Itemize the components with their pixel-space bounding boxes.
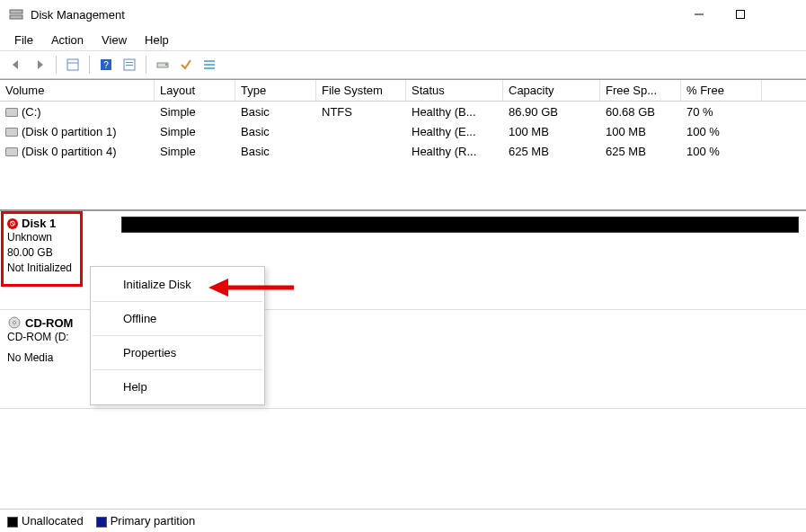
col-pct-free[interactable]: % Free [681, 80, 762, 101]
cdrom-icon [7, 315, 22, 330]
volume-icon [5, 108, 18, 117]
toolbar-disk-icon[interactable] [152, 54, 173, 75]
toolbar-check-icon[interactable] [175, 54, 197, 75]
unallocated-bar [121, 217, 799, 233]
svg-rect-10 [126, 65, 133, 66]
help-icon[interactable]: ? [95, 54, 117, 75]
volume-rows: (C:) Simple Basic NTFS Healthy (B... 86.… [0, 102, 806, 209]
window-title: Disk Management [29, 8, 678, 22]
toolbar: ? [0, 50, 806, 79]
toolbar-view-icon[interactable] [62, 54, 84, 75]
svg-point-12 [165, 64, 167, 66]
col-volume[interactable]: Volume [0, 80, 155, 101]
toolbar-list-icon[interactable] [199, 54, 220, 75]
title-bar: Disk Management [0, 0, 806, 29]
col-filesystem[interactable]: File System [316, 80, 406, 101]
svg-point-17 [13, 322, 16, 324]
window-controls [678, 0, 802, 29]
table-row[interactable]: (Disk 0 partition 1) Simple Basic Health… [0, 121, 806, 141]
back-button[interactable] [5, 54, 27, 75]
menu-action[interactable]: Action [42, 31, 93, 49]
volume-icon [5, 128, 18, 137]
table-row[interactable]: (Disk 0 partition 4) Simple Basic Health… [0, 141, 806, 161]
menu-help[interactable]: Help [91, 373, 264, 401]
annotation-arrow [208, 277, 298, 304]
volume-header: Volume Layout Type File System Status Ca… [0, 80, 806, 102]
menu-offline[interactable]: Offline [91, 305, 264, 332]
maximize-button[interactable] [720, 0, 761, 29]
menu-separator [93, 335, 262, 336]
legend: Unallocated Primary partition [0, 509, 806, 532]
menu-bar: File Action View Help [0, 29, 806, 50]
volume-icon [5, 147, 18, 156]
svg-rect-4 [67, 59, 78, 70]
svg-rect-0 [10, 10, 22, 13]
col-type[interactable]: Type [235, 80, 316, 101]
toolbar-icon-2[interactable] [119, 54, 140, 75]
annotation-highlight [1, 211, 83, 287]
col-layout[interactable]: Layout [155, 80, 235, 101]
col-free-space[interactable]: Free Sp... [600, 80, 681, 101]
table-row[interactable]: (C:) Simple Basic NTFS Healthy (B... 86.… [0, 102, 806, 121]
legend-primary: Primary partition [96, 514, 196, 528]
menu-view[interactable]: View [93, 31, 136, 49]
svg-rect-14 [204, 64, 215, 66]
menu-help[interactable]: Help [136, 31, 178, 49]
menu-file[interactable]: File [5, 31, 42, 49]
svg-rect-9 [126, 62, 133, 63]
menu-properties[interactable]: Properties [91, 339, 264, 367]
svg-marker-19 [208, 279, 228, 297]
menu-separator [93, 369, 262, 370]
forward-button[interactable] [29, 54, 50, 75]
volume-table: Volume Layout Type File System Status Ca… [0, 79, 806, 210]
col-capacity[interactable]: Capacity [503, 80, 600, 101]
app-icon [9, 7, 23, 22]
minimize-button[interactable] [678, 0, 720, 29]
svg-rect-1 [10, 15, 22, 19]
svg-rect-3 [737, 11, 745, 19]
svg-text:?: ? [103, 60, 109, 70]
col-status[interactable]: Status [406, 80, 503, 101]
svg-rect-15 [204, 67, 215, 69]
legend-unallocated: Unallocated [7, 514, 84, 528]
svg-rect-13 [204, 60, 215, 62]
